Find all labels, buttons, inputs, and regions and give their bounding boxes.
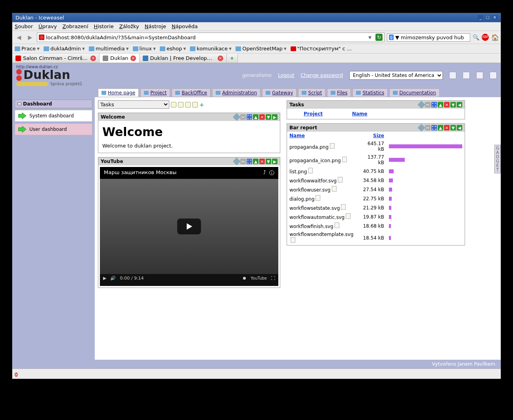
- tool-icon-1[interactable]: [449, 72, 456, 79]
- maximize-icon[interactable]: ⛶: [431, 125, 437, 130]
- up-icon[interactable]: ▲: [253, 114, 258, 120]
- nav-gateway[interactable]: Gateway: [262, 88, 297, 97]
- reload-button[interactable]: ↻: [375, 34, 383, 41]
- trash-icon[interactable]: [192, 102, 198, 107]
- youtube-logo[interactable]: YouTube: [251, 276, 267, 280]
- bookmark-item[interactable]: "Постскриптум" с ...: [291, 46, 352, 52]
- tool-icon-3[interactable]: [476, 72, 483, 79]
- doc-icon[interactable]: [316, 195, 320, 201]
- tool-icon-2[interactable]: [463, 72, 470, 79]
- remove-icon[interactable]: ✕: [259, 159, 265, 164]
- url-bar[interactable]: ▼ ↻: [37, 33, 385, 42]
- up-icon[interactable]: ▲: [438, 125, 443, 130]
- remove-icon[interactable]: ✕: [444, 125, 450, 130]
- bookmark-item[interactable]: multimedia▼: [89, 46, 129, 52]
- right-icon[interactable]: ▶: [272, 159, 278, 164]
- nav-home-page[interactable]: Home page: [98, 88, 139, 97]
- config-icon[interactable]: ✂: [425, 102, 431, 107]
- share-icon[interactable]: ⤴: [263, 169, 266, 176]
- sidebar-item-system-dashboard[interactable]: System dashboard: [15, 110, 92, 122]
- search-input[interactable]: [401, 35, 468, 40]
- menu-nápověda[interactable]: Nápověda: [172, 23, 198, 29]
- doc-icon[interactable]: [338, 177, 343, 182]
- down-icon[interactable]: ▼: [266, 159, 271, 164]
- doc-icon[interactable]: [335, 222, 339, 228]
- minimize-button[interactable]: _: [478, 15, 483, 21]
- move-icon[interactable]: [417, 124, 425, 132]
- tab-close-icon[interactable]: ×: [130, 56, 136, 61]
- doc-icon[interactable]: [291, 237, 295, 243]
- bookmark-item[interactable]: OpenStreetMap▼: [235, 46, 287, 52]
- remove-icon[interactable]: ✕: [444, 102, 450, 107]
- col-name[interactable]: Name: [287, 132, 360, 140]
- maximize-icon[interactable]: ⛶: [247, 159, 252, 164]
- browser-tab[interactable]: Duklan×: [100, 54, 140, 63]
- nav-documentation[interactable]: Documentation: [389, 88, 440, 97]
- video-player[interactable]: Марш защитников Москвы ⤴ ⓘ: [100, 167, 278, 286]
- config-icon[interactable]: ✂: [425, 125, 431, 130]
- maximize-icon[interactable]: ⛶: [247, 114, 252, 120]
- left-icon[interactable]: ◀: [457, 102, 462, 107]
- search-engine-dropdown[interactable]: ▼: [395, 35, 399, 40]
- left-icon[interactable]: ◀: [457, 125, 462, 130]
- menu-úpravy[interactable]: Úpravy: [38, 23, 57, 29]
- cc-icon[interactable]: ⏺: [242, 276, 247, 281]
- language-select[interactable]: English - United States of America: [349, 71, 443, 80]
- change-password-link[interactable]: Change password: [301, 73, 343, 78]
- add-icon[interactable]: +: [199, 102, 204, 108]
- down-icon[interactable]: ▼: [450, 125, 456, 130]
- config-icon[interactable]: ✂: [240, 114, 246, 120]
- down-icon[interactable]: ▼: [266, 114, 271, 120]
- url-input[interactable]: [46, 35, 366, 40]
- remove-icon[interactable]: ✕: [259, 114, 265, 120]
- volume-icon[interactable]: 🔊: [110, 276, 116, 281]
- col-name[interactable]: Name: [352, 111, 368, 117]
- tool-icon-4[interactable]: [490, 72, 497, 79]
- sidebar-heading[interactable]: Dashboard: [15, 100, 92, 108]
- play-icon[interactable]: ▶: [103, 276, 106, 281]
- nav-backoffice[interactable]: BackOffice: [172, 88, 211, 97]
- sidebar-item-user-dashboard[interactable]: User dashboard: [15, 123, 92, 135]
- browser-tab[interactable]: Salon Cimrman - Cimršantá...×: [12, 54, 100, 63]
- maximize-button[interactable]: □: [485, 15, 490, 21]
- config-icon[interactable]: ✂: [240, 159, 246, 164]
- up-icon[interactable]: ▲: [438, 102, 443, 107]
- menu-nástroje[interactable]: Nástroje: [145, 23, 166, 29]
- info-icon[interactable]: ⓘ: [269, 169, 274, 176]
- nav-project[interactable]: Project: [140, 88, 170, 97]
- browser-tab[interactable]: Duklan | Free Development ...×: [140, 54, 227, 63]
- bookmark-item[interactable]: linux▼: [133, 46, 156, 52]
- menu-historie[interactable]: Historie: [94, 23, 114, 29]
- back-button[interactable]: ◀: [15, 33, 23, 42]
- bookmark-item[interactable]: Prace▼: [15, 46, 40, 52]
- col-project[interactable]: Project: [304, 111, 323, 117]
- home-icon[interactable]: 🏠: [491, 34, 498, 41]
- logout-link[interactable]: Logout: [278, 73, 294, 78]
- menu-záložky[interactable]: Záložky: [119, 23, 139, 29]
- move-icon[interactable]: [233, 113, 241, 121]
- play-button[interactable]: [177, 219, 201, 234]
- maximize-icon[interactable]: ⛶: [431, 102, 437, 107]
- up-icon[interactable]: ▲: [253, 159, 258, 164]
- bookmark-item[interactable]: duklaAdmin▼: [44, 46, 85, 52]
- url-dropdown-icon[interactable]: ▼: [368, 35, 371, 40]
- widget-select[interactable]: Tasks: [98, 100, 169, 109]
- doc-icon[interactable]: [346, 213, 350, 219]
- doc-icon[interactable]: [341, 204, 346, 210]
- doc-icon[interactable]: [330, 143, 335, 149]
- new-tab-button[interactable]: +: [227, 54, 238, 63]
- nav-statistics[interactable]: Statistics: [352, 88, 388, 97]
- doc-icon[interactable]: [178, 102, 184, 107]
- down-icon[interactable]: ▼: [450, 102, 456, 107]
- nav-administration[interactable]: Administration: [212, 88, 260, 97]
- close-button[interactable]: ×: [492, 15, 498, 21]
- nav-files[interactable]: Files: [327, 88, 351, 97]
- tab-close-icon[interactable]: ×: [90, 56, 96, 61]
- right-icon[interactable]: ▶: [272, 114, 278, 120]
- cut-icon[interactable]: [185, 102, 191, 107]
- gadget-tab[interactable]: GADGET: [494, 145, 501, 173]
- new-icon[interactable]: [171, 102, 176, 107]
- nav-script[interactable]: Script: [298, 88, 325, 97]
- doc-icon[interactable]: [332, 186, 337, 192]
- abp-icon[interactable]: ABP: [482, 34, 489, 41]
